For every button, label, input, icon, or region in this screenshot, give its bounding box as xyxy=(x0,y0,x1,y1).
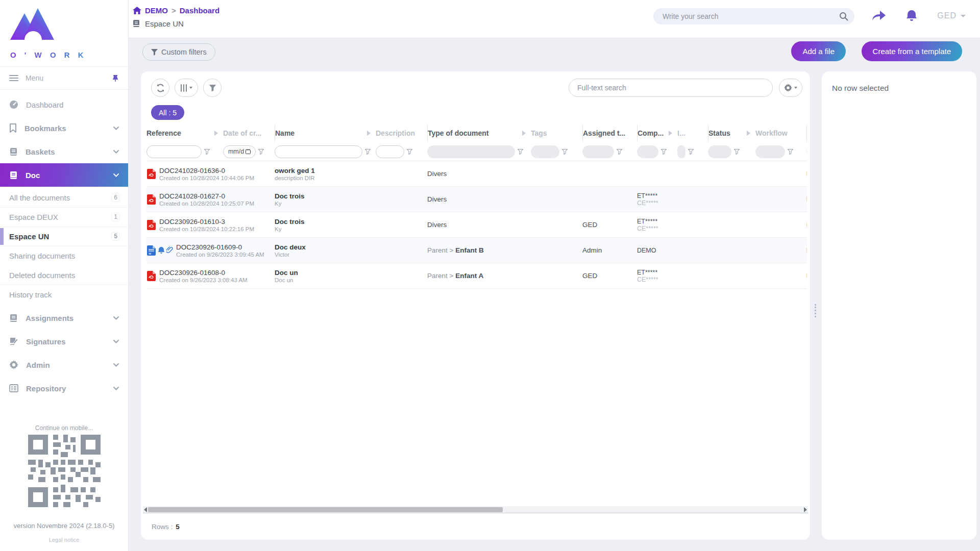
sort-arrow-icon[interactable] xyxy=(669,131,672,136)
notifications-bell-icon[interactable] xyxy=(905,9,918,22)
column-header-reference[interactable]: Reference xyxy=(146,124,223,142)
home-icon[interactable] xyxy=(133,7,141,14)
filter-i-input[interactable] xyxy=(677,145,685,158)
column-header-type[interactable]: Type of document xyxy=(427,124,531,142)
scrollbar-thumb[interactable] xyxy=(148,507,503,512)
share-icon[interactable] xyxy=(872,10,886,22)
subnav-sharing-documents[interactable]: Sharing documents xyxy=(0,246,128,265)
filter-description-input[interactable] xyxy=(376,145,404,158)
document-reference: DOC230926-01608-0 xyxy=(159,269,248,277)
fulltext-search-input[interactable] xyxy=(577,84,764,92)
refresh-button[interactable] xyxy=(151,79,169,97)
type-cell: Parent > Enfant B xyxy=(427,246,531,254)
user-menu[interactable]: GED xyxy=(937,11,966,20)
legal-notice-link[interactable]: Legal notice xyxy=(0,537,128,543)
table-footer: Rows : 5 xyxy=(141,513,810,540)
all-count-pill[interactable]: All : 5 xyxy=(151,105,184,120)
filter-type-input[interactable] xyxy=(427,145,515,158)
doc-subnav: All the documents 6 Espace DEUX 1 Espace… xyxy=(0,187,128,306)
company-line2: CE***** xyxy=(637,276,677,283)
sidebar-item-repository[interactable]: Repository xyxy=(0,377,128,400)
panel-resize-handle[interactable] xyxy=(815,304,816,317)
column-header-assigned[interactable]: Assigned t... xyxy=(582,124,637,142)
column-header-status[interactable]: Status xyxy=(708,124,755,142)
table-row[interactable]: DOC241028-01636-0 Created on 10/28/2024 … xyxy=(146,161,807,187)
horizontal-scrollbar[interactable] xyxy=(143,506,808,513)
search-icon[interactable] xyxy=(839,12,848,21)
add-file-button[interactable]: Add a file xyxy=(791,41,846,61)
hamburger-icon[interactable] xyxy=(9,74,18,82)
funnel-outline-icon[interactable] xyxy=(365,149,371,155)
funnel-outline-icon[interactable] xyxy=(688,149,694,155)
subnav-espace-un[interactable]: Espace UN 5 xyxy=(0,227,128,246)
breadcrumb-root[interactable]: DEMO xyxy=(145,6,168,15)
filter-reference-input[interactable] xyxy=(146,145,202,158)
sidebar-item-dashboard[interactable]: Dashboard xyxy=(0,93,128,116)
table-row[interactable]: DOC230926-01610-3 Created on 10/28/2024 … xyxy=(146,212,807,238)
filter-status-input[interactable] xyxy=(708,145,731,158)
filter-date-input[interactable]: mm/d xyxy=(223,145,256,158)
sidebar-item-signatures[interactable]: Signatures xyxy=(0,330,128,353)
funnel-outline-icon[interactable] xyxy=(407,149,412,155)
funnel-outline-icon[interactable] xyxy=(204,149,210,155)
subnav-label: History track xyxy=(9,290,120,299)
type-cell: Divers xyxy=(427,221,531,229)
count-badge: 6 xyxy=(111,193,120,202)
company-line1: ET***** xyxy=(637,218,677,225)
sidebar-item-baskets[interactable]: Baskets xyxy=(0,140,128,163)
funnel-outline-icon[interactable] xyxy=(661,149,667,155)
filter-company-input[interactable] xyxy=(637,145,658,158)
type-parent: Parent > xyxy=(427,246,453,254)
columns-button[interactable] xyxy=(175,79,198,97)
create-from-template-button[interactable]: Create from a template xyxy=(862,41,962,61)
table-row[interactable]: DOC241028-01627-0 Created on 10/28/2024 … xyxy=(146,187,807,212)
scroll-right-arrow[interactable] xyxy=(804,507,807,512)
filter-button[interactable] xyxy=(203,79,222,97)
column-header-y[interactable]: Y xyxy=(806,124,807,142)
column-header-description[interactable]: Description xyxy=(376,124,427,142)
subnav-deleted-documents[interactable]: Deleted documents xyxy=(0,265,128,285)
column-header-date[interactable]: Date of cr... xyxy=(223,124,275,142)
column-header-tags[interactable]: Tags xyxy=(531,124,582,142)
sidebar-item-doc[interactable]: Doc xyxy=(0,163,128,187)
funnel-outline-icon[interactable] xyxy=(518,149,523,155)
sort-arrow-icon[interactable] xyxy=(747,131,750,136)
reference-cell: DOC241028-01636-0 Created on 10/28/2024 … xyxy=(146,167,223,181)
funnel-outline-icon[interactable] xyxy=(734,149,740,155)
filter-tags-input[interactable] xyxy=(531,145,559,158)
funnel-outline-icon[interactable] xyxy=(258,149,264,155)
book-icon xyxy=(9,314,18,322)
pin-sidebar-icon[interactable] xyxy=(112,74,119,82)
scroll-left-arrow[interactable] xyxy=(144,507,147,512)
document-reference: DOC241028-01627-0 xyxy=(159,192,254,200)
funnel-outline-icon[interactable] xyxy=(788,149,793,155)
funnel-outline-icon[interactable] xyxy=(562,149,568,155)
subnav-history-track[interactable]: History track xyxy=(0,285,128,304)
sort-arrow-icon[interactable] xyxy=(367,131,371,136)
global-search-input[interactable] xyxy=(663,12,839,20)
column-header-name[interactable]: Name xyxy=(275,124,376,142)
filter-assigned-input[interactable] xyxy=(582,145,614,158)
subnav-espace-deux[interactable]: Espace DEUX 1 xyxy=(0,207,128,227)
column-header-company[interactable]: Comp... xyxy=(637,124,677,142)
breadcrumb-current[interactable]: Dashboard xyxy=(180,6,219,15)
custom-filters-button[interactable]: Custom filters xyxy=(142,43,215,61)
sidebar-item-bookmarks[interactable]: Bookmarks xyxy=(0,116,128,140)
subnav-all-documents[interactable]: All the documents 6 xyxy=(0,188,128,207)
table-row[interactable]: DOC230926-01608-0 Created on 9/26/2023 3… xyxy=(146,263,807,289)
sort-arrow-icon[interactable] xyxy=(522,131,526,136)
filter-name-input[interactable] xyxy=(275,145,362,158)
company-line1: ET***** xyxy=(637,269,677,276)
sidebar-item-admin[interactable]: Admin xyxy=(0,353,128,377)
column-header-workflow[interactable]: Workflow xyxy=(755,124,806,142)
pdf-file-icon xyxy=(146,194,156,205)
filter-workflow-input[interactable] xyxy=(755,145,785,158)
table-row[interactable]: w DOC230926-01609-0 Created on 9/26/2023… xyxy=(146,238,807,263)
funnel-outline-icon[interactable] xyxy=(617,149,622,155)
sort-arrow-icon[interactable] xyxy=(214,131,218,136)
table-settings-button[interactable] xyxy=(779,79,802,97)
filter-y-input[interactable] xyxy=(806,145,807,158)
column-header-i[interactable]: I... xyxy=(677,124,708,142)
sidebar-item-assignments[interactable]: Assignments xyxy=(0,306,128,330)
logo[interactable]: O ' W O R K xyxy=(0,0,128,62)
